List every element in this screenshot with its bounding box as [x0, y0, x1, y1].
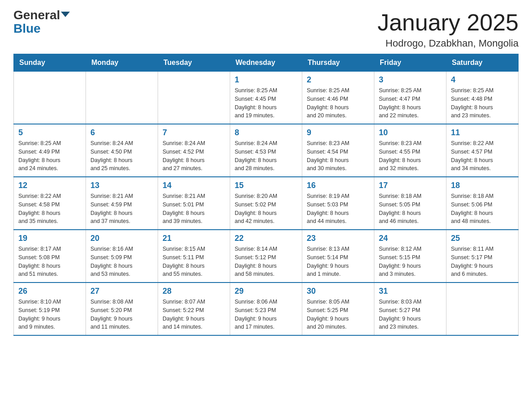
calendar-cell: 24Sunrise: 8:12 AMSunset: 5:15 PMDayligh…	[374, 230, 446, 283]
calendar-cell: 20Sunrise: 8:16 AMSunset: 5:09 PMDayligh…	[86, 230, 158, 283]
calendar-cell: 13Sunrise: 8:21 AMSunset: 4:59 PMDayligh…	[86, 177, 158, 230]
day-number: 30	[307, 287, 369, 296]
calendar-cell: 11Sunrise: 8:22 AMSunset: 4:57 PMDayligh…	[446, 124, 519, 177]
day-info: Sunrise: 8:18 AMSunset: 5:06 PMDaylight:…	[451, 192, 514, 226]
calendar-cell: 26Sunrise: 8:10 AMSunset: 5:19 PMDayligh…	[14, 283, 86, 335]
day-number: 29	[235, 287, 297, 296]
day-number: 21	[163, 234, 225, 243]
calendar-cell	[446, 283, 519, 335]
day-number: 25	[451, 234, 514, 243]
day-number: 16	[307, 181, 369, 190]
day-number: 18	[451, 181, 514, 190]
day-number: 15	[235, 181, 297, 190]
calendar-cell: 25Sunrise: 8:11 AMSunset: 5:17 PMDayligh…	[446, 230, 519, 283]
calendar-cell: 29Sunrise: 8:06 AMSunset: 5:23 PMDayligh…	[230, 283, 302, 335]
day-of-week-header: Sunday	[14, 54, 86, 72]
day-info: Sunrise: 8:03 AMSunset: 5:27 PMDaylight:…	[379, 298, 442, 331]
calendar-week-row: 26Sunrise: 8:10 AMSunset: 5:19 PMDayligh…	[14, 283, 519, 335]
logo-arrow-icon	[61, 12, 70, 17]
calendar-cell: 28Sunrise: 8:07 AMSunset: 5:22 PMDayligh…	[158, 283, 230, 335]
day-number: 19	[18, 234, 81, 243]
day-number: 27	[90, 287, 153, 296]
calendar-cell: 8Sunrise: 8:24 AMSunset: 4:53 PMDaylight…	[230, 124, 302, 177]
calendar-cell	[158, 72, 230, 124]
day-of-week-header: Saturday	[446, 54, 519, 72]
day-number: 1	[235, 75, 297, 85]
day-info: Sunrise: 8:24 AMSunset: 4:50 PMDaylight:…	[90, 139, 153, 173]
day-number: 14	[163, 181, 225, 190]
day-number: 8	[235, 128, 297, 137]
day-info: Sunrise: 8:15 AMSunset: 5:11 PMDaylight:…	[163, 245, 225, 278]
day-info: Sunrise: 8:11 AMSunset: 5:17 PMDaylight:…	[451, 245, 514, 278]
day-number: 5	[18, 128, 81, 137]
day-info: Sunrise: 8:07 AMSunset: 5:22 PMDaylight:…	[163, 298, 225, 331]
day-of-week-header: Friday	[374, 54, 446, 72]
day-info: Sunrise: 8:25 AMSunset: 4:46 PMDaylight:…	[307, 86, 369, 120]
day-info: Sunrise: 8:20 AMSunset: 5:02 PMDaylight:…	[235, 192, 297, 226]
day-info: Sunrise: 8:25 AMSunset: 4:47 PMDaylight:…	[379, 86, 442, 120]
calendar-week-row: 1Sunrise: 8:25 AMSunset: 4:45 PMDaylight…	[14, 72, 519, 124]
calendar-cell: 30Sunrise: 8:05 AMSunset: 5:25 PMDayligh…	[302, 283, 374, 335]
calendar-cell	[86, 72, 158, 124]
day-number: 31	[379, 287, 442, 296]
day-info: Sunrise: 8:21 AMSunset: 4:59 PMDaylight:…	[90, 192, 153, 226]
calendar-cell: 12Sunrise: 8:22 AMSunset: 4:58 PMDayligh…	[14, 177, 86, 230]
day-info: Sunrise: 8:21 AMSunset: 5:01 PMDaylight:…	[163, 192, 225, 226]
day-info: Sunrise: 8:19 AMSunset: 5:03 PMDaylight:…	[307, 192, 369, 226]
calendar-cell: 27Sunrise: 8:08 AMSunset: 5:20 PMDayligh…	[86, 283, 158, 335]
day-number: 24	[379, 234, 442, 243]
day-number: 13	[90, 181, 153, 190]
calendar-cell: 21Sunrise: 8:15 AMSunset: 5:11 PMDayligh…	[158, 230, 230, 283]
calendar-week-row: 5Sunrise: 8:25 AMSunset: 4:49 PMDaylight…	[14, 124, 519, 177]
day-info: Sunrise: 8:12 AMSunset: 5:15 PMDaylight:…	[379, 245, 442, 278]
calendar-cell: 31Sunrise: 8:03 AMSunset: 5:27 PMDayligh…	[374, 283, 446, 335]
day-info: Sunrise: 8:24 AMSunset: 4:53 PMDaylight:…	[235, 139, 297, 173]
calendar-title: January 2025	[378, 9, 519, 36]
calendar-week-row: 12Sunrise: 8:22 AMSunset: 4:58 PMDayligh…	[14, 177, 519, 230]
calendar-cell: 7Sunrise: 8:24 AMSunset: 4:52 PMDaylight…	[158, 124, 230, 177]
day-info: Sunrise: 8:05 AMSunset: 5:25 PMDaylight:…	[307, 298, 369, 331]
calendar-cell: 18Sunrise: 8:18 AMSunset: 5:06 PMDayligh…	[446, 177, 519, 230]
day-info: Sunrise: 8:23 AMSunset: 4:55 PMDaylight:…	[379, 139, 442, 173]
day-number: 20	[90, 234, 153, 243]
calendar-cell: 1Sunrise: 8:25 AMSunset: 4:45 PMDaylight…	[230, 72, 302, 124]
day-number: 9	[307, 128, 369, 137]
day-info: Sunrise: 8:10 AMSunset: 5:19 PMDaylight:…	[18, 298, 81, 331]
calendar-cell: 5Sunrise: 8:25 AMSunset: 4:49 PMDaylight…	[14, 124, 86, 177]
calendar-cell: 17Sunrise: 8:18 AMSunset: 5:05 PMDayligh…	[374, 177, 446, 230]
day-info: Sunrise: 8:22 AMSunset: 4:58 PMDaylight:…	[18, 192, 81, 226]
calendar-cell: 14Sunrise: 8:21 AMSunset: 5:01 PMDayligh…	[158, 177, 230, 230]
calendar-cell: 2Sunrise: 8:25 AMSunset: 4:46 PMDaylight…	[302, 72, 374, 124]
day-info: Sunrise: 8:25 AMSunset: 4:49 PMDaylight:…	[18, 139, 81, 173]
day-number: 7	[163, 128, 225, 137]
calendar-cell: 16Sunrise: 8:19 AMSunset: 5:03 PMDayligh…	[302, 177, 374, 230]
day-info: Sunrise: 8:14 AMSunset: 5:12 PMDaylight:…	[235, 245, 297, 278]
calendar-cell: 6Sunrise: 8:24 AMSunset: 4:50 PMDaylight…	[86, 124, 158, 177]
day-info: Sunrise: 8:16 AMSunset: 5:09 PMDaylight:…	[90, 245, 153, 278]
calendar-cell: 9Sunrise: 8:23 AMSunset: 4:54 PMDaylight…	[302, 124, 374, 177]
day-info: Sunrise: 8:25 AMSunset: 4:45 PMDaylight:…	[235, 86, 297, 120]
day-number: 28	[163, 287, 225, 296]
day-info: Sunrise: 8:13 AMSunset: 5:14 PMDaylight:…	[307, 245, 369, 278]
calendar-cell	[14, 72, 86, 124]
calendar-cell: 23Sunrise: 8:13 AMSunset: 5:14 PMDayligh…	[302, 230, 374, 283]
day-number: 4	[451, 75, 514, 85]
day-info: Sunrise: 8:17 AMSunset: 5:08 PMDaylight:…	[18, 245, 81, 278]
day-number: 10	[379, 128, 442, 137]
day-of-week-header: Thursday	[302, 54, 374, 72]
calendar-subtitle: Hodrogo, Dzabkhan, Mongolia	[378, 38, 519, 49]
calendar-cell: 22Sunrise: 8:14 AMSunset: 5:12 PMDayligh…	[230, 230, 302, 283]
day-number: 11	[451, 128, 514, 137]
day-number: 26	[18, 287, 81, 296]
day-number: 23	[307, 234, 369, 243]
day-info: Sunrise: 8:25 AMSunset: 4:48 PMDaylight:…	[451, 86, 514, 120]
logo-general: General	[13, 9, 70, 21]
calendar-cell: 4Sunrise: 8:25 AMSunset: 4:48 PMDaylight…	[446, 72, 519, 124]
calendar-week-row: 19Sunrise: 8:17 AMSunset: 5:08 PMDayligh…	[14, 230, 519, 283]
day-of-week-header: Tuesday	[158, 54, 230, 72]
day-number: 3	[379, 75, 442, 85]
logo-blue: Blue	[13, 22, 41, 35]
day-info: Sunrise: 8:08 AMSunset: 5:20 PMDaylight:…	[90, 298, 153, 331]
day-info: Sunrise: 8:24 AMSunset: 4:52 PMDaylight:…	[163, 139, 225, 173]
calendar-table: SundayMondayTuesdayWednesdayThursdayFrid…	[13, 54, 519, 336]
